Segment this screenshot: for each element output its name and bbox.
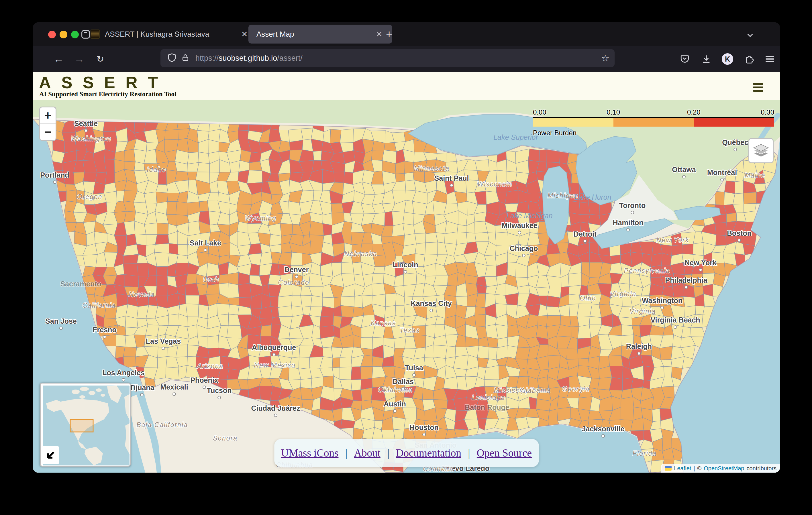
county-cell[interactable]	[515, 347, 530, 359]
county-cell[interactable]	[529, 397, 537, 409]
zoom-in-button[interactable]: +	[40, 108, 56, 123]
county-cell[interactable]	[505, 190, 518, 204]
tab-assert-map[interactable]: Assert Map ✕	[249, 25, 392, 43]
county-cell[interactable]	[144, 223, 157, 235]
county-cell[interactable]	[495, 232, 508, 246]
extensions-puzzle-icon[interactable]	[740, 46, 758, 72]
pocket-icon[interactable]	[676, 46, 694, 72]
county-cell[interactable]	[198, 152, 209, 163]
leaflet-map[interactable]: SeattleWashingtonPortlandOregonIdahoWyom…	[33, 100, 780, 473]
county-cell[interactable]	[425, 242, 437, 255]
account-button[interactable]: K	[718, 46, 737, 72]
county-cell[interactable]	[405, 173, 414, 181]
county-cell[interactable]	[351, 380, 361, 391]
county-cell[interactable]	[557, 407, 571, 421]
county-cell[interactable]	[580, 285, 588, 295]
county-cell[interactable]	[291, 252, 302, 266]
county-cell[interactable]	[392, 132, 405, 142]
county-cell[interactable]	[227, 326, 242, 338]
county-cell[interactable]	[116, 335, 126, 347]
county-cell[interactable]	[403, 224, 415, 236]
county-cell[interactable]	[344, 172, 353, 184]
county-cell[interactable]	[217, 303, 230, 315]
county-cell[interactable]	[716, 235, 726, 246]
county-cell[interactable]	[487, 337, 498, 348]
county-cell[interactable]	[372, 273, 384, 284]
county-cell[interactable]	[372, 283, 385, 296]
county-cell[interactable]	[715, 191, 724, 205]
county-cell[interactable]	[457, 224, 466, 233]
county-cell[interactable]	[609, 377, 622, 390]
county-cell[interactable]	[247, 170, 262, 184]
county-cell[interactable]	[311, 296, 323, 306]
county-cell[interactable]	[578, 325, 591, 339]
county-cell[interactable]	[208, 336, 219, 349]
lock-icon[interactable]	[181, 53, 190, 63]
county-cell[interactable]	[433, 345, 447, 358]
county-cell[interactable]	[123, 254, 138, 264]
county-cell[interactable]	[302, 306, 311, 316]
tracking-protection-shield-icon[interactable]	[167, 53, 176, 63]
county-cell[interactable]	[743, 192, 756, 204]
county-cell[interactable]	[538, 316, 548, 327]
county-cell[interactable]	[311, 139, 323, 152]
county-cell[interactable]	[288, 129, 303, 142]
county-cell[interactable]	[156, 266, 168, 276]
county-cell[interactable]	[323, 213, 332, 225]
county-cell[interactable]	[433, 399, 448, 409]
county-cell[interactable]	[292, 295, 302, 307]
county-cell[interactable]	[175, 171, 189, 182]
county-cell[interactable]	[484, 380, 499, 387]
county-cell[interactable]	[546, 296, 560, 307]
county-cell[interactable]	[176, 345, 188, 357]
county-cell[interactable]	[415, 234, 426, 244]
county-cell[interactable]	[693, 242, 704, 255]
county-cell[interactable]	[733, 193, 744, 204]
county-cell[interactable]	[298, 357, 310, 369]
close-tab-icon[interactable]: ✕	[374, 30, 384, 39]
county-cell[interactable]	[238, 283, 251, 298]
county-cell[interactable]	[539, 150, 546, 162]
county-cell[interactable]	[156, 276, 168, 286]
leaflet-link[interactable]: Leaflet	[674, 465, 691, 472]
county-cell[interactable]	[187, 162, 199, 172]
new-tab-button[interactable]: +	[386, 25, 392, 43]
county-cell[interactable]	[392, 417, 405, 430]
county-cell[interactable]	[475, 314, 486, 327]
county-cell[interactable]	[280, 223, 293, 236]
county-cell[interactable]	[270, 297, 278, 307]
zoom-out-button[interactable]: −	[40, 124, 56, 140]
county-cell[interactable]	[660, 346, 672, 360]
county-cell[interactable]	[270, 234, 281, 246]
county-cell[interactable]	[166, 367, 179, 380]
county-cell[interactable]	[334, 172, 345, 183]
footer-link-umass-icons[interactable]: UMass iCons	[281, 447, 338, 459]
county-cell[interactable]	[340, 129, 354, 143]
zoom-window-button[interactable]	[71, 31, 79, 38]
county-cell[interactable]	[323, 223, 332, 236]
county-cell[interactable]	[373, 267, 385, 274]
county-cell[interactable]	[445, 232, 457, 245]
county-cell[interactable]	[396, 305, 405, 317]
county-cell[interactable]	[238, 131, 249, 139]
county-cell[interactable]	[228, 283, 239, 298]
openstreetmap-link[interactable]: OpenStreetMap	[704, 465, 744, 472]
county-cell[interactable]	[505, 293, 519, 305]
county-cell[interactable]	[568, 273, 581, 286]
county-cell[interactable]	[622, 325, 634, 336]
footer-link-about[interactable]: About	[354, 447, 380, 459]
county-cell[interactable]	[727, 213, 737, 222]
county-cell[interactable]	[176, 202, 187, 216]
county-cell[interactable]	[186, 274, 197, 285]
county-cell[interactable]	[310, 221, 324, 236]
county-cell[interactable]	[208, 140, 219, 154]
minimap-viewport-rect[interactable]	[70, 419, 93, 432]
county-cell[interactable]	[330, 129, 341, 143]
county-cell[interactable]	[237, 221, 248, 233]
county-cell[interactable]	[154, 243, 169, 253]
county-cell[interactable]	[548, 409, 558, 421]
county-cell[interactable]	[310, 235, 324, 242]
county-cell[interactable]	[66, 190, 77, 202]
county-cell[interactable]	[392, 224, 405, 236]
county-cell[interactable]	[167, 202, 177, 215]
